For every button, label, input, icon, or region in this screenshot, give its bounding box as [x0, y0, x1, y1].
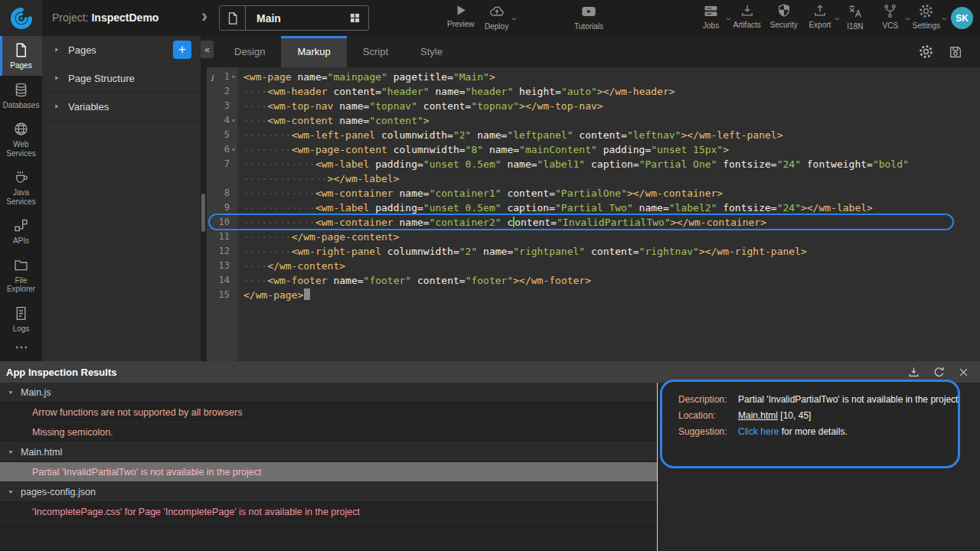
code-line-7[interactable]: 7············<wm-label padding="unset 0.… [207, 157, 980, 171]
gutter-cell[interactable]: 3 [207, 99, 237, 113]
code-text[interactable]: </wm-page> [237, 288, 310, 302]
gutter-cell[interactable]: 12 [207, 244, 237, 259]
code-text[interactable]: ········<wm-left-panel columnwidth="2" n… [237, 128, 782, 142]
i18n-button[interactable]: I18N [838, 3, 873, 31]
tutorials-button[interactable]: Tutorials [570, 3, 608, 31]
gutter-cell[interactable]: 14 [207, 273, 237, 288]
code-text[interactable]: <wm-page name="mainpage" pagetitle="Main… [237, 70, 495, 84]
sidebar-item-logs[interactable]: Logs [0, 299, 42, 339]
inspection-result-row[interactable]: 'IncompletePage.css' for Page 'Incomplet… [0, 502, 657, 522]
sidebar-item-file-explorer[interactable]: File Explorer [0, 251, 42, 299]
wavemaker-logo-icon[interactable] [0, 0, 42, 36]
gutter-cell[interactable]: 5 [207, 128, 237, 142]
code-line-12[interactable]: 12········<wm-right-panel columnwidth="2… [207, 244, 980, 259]
save-icon[interactable] [948, 44, 963, 60]
code-text[interactable]: ··············></wm-label> [237, 171, 400, 186]
sidebar-item-apis[interactable]: APIs [0, 211, 42, 251]
code-text[interactable]: ····<wm-footer name="footer" content="fo… [237, 273, 591, 288]
code-line-13[interactable]: 13····</wm-content> [207, 259, 980, 273]
section-pages[interactable]: Pages+ [42, 36, 201, 64]
activity-sidebar: PagesDatabasesWeb ServicesJava ServicesA… [0, 36, 42, 361]
gutter-cell[interactable]: 15 [207, 288, 237, 302]
code-text[interactable]: ····<wm-content name="content"> [237, 113, 430, 128]
fold-marker-icon[interactable]: ▾ [230, 113, 237, 128]
sidebar-item-databases[interactable]: Databases [0, 76, 42, 116]
fold-marker-icon[interactable]: ▾ [230, 70, 237, 84]
grid-icon[interactable] [349, 12, 368, 24]
collapse-panel-button[interactable]: « [201, 41, 214, 58]
code-line-4[interactable]: 4▾····<wm-content name="content"> [207, 113, 980, 128]
tab-design[interactable]: Design [218, 36, 281, 67]
close-icon[interactable] [958, 367, 969, 378]
code-line-15[interactable]: 15</wm-page> [207, 288, 980, 302]
code-text[interactable]: ············<wm-label padding="unset 0.5… [237, 157, 909, 171]
inspection-group-pages-config.json[interactable]: pages-config.json [0, 482, 657, 502]
tab-style[interactable]: Style [404, 36, 459, 67]
gutter-cell[interactable]: 13 [207, 259, 237, 273]
deploy-button[interactable]: Deploy [479, 3, 514, 31]
code-editor[interactable]: i 1▾<wm-page name="mainpage" pagetitle="… [207, 67, 980, 361]
settings-button[interactable]: Settings [908, 3, 945, 31]
click-here-link[interactable]: Click here [738, 426, 779, 437]
fold-marker-icon[interactable]: ▾ [230, 142, 237, 157]
code-text[interactable]: ········<wm-right-panel columnwidth="2" … [237, 244, 807, 259]
gutter-cell[interactable]: 11 [207, 230, 237, 244]
sidebar-item-pages[interactable]: Pages [0, 36, 42, 76]
jobs-button[interactable]: Jobs [694, 3, 729, 31]
refresh-icon[interactable] [933, 366, 946, 379]
gutter-cell[interactable]: 10 [207, 215, 237, 230]
code-line-1[interactable]: 1▾<wm-page name="mainpage" pagetitle="Ma… [207, 70, 980, 84]
location-file-link[interactable]: Main.html [738, 410, 778, 421]
code-line-8[interactable]: 8············<wm-container name="contain… [207, 186, 980, 201]
scrollbar-thumb[interactable] [201, 194, 205, 232]
inspection-group-Main.html[interactable]: Main.html [0, 442, 657, 462]
panel-scrollbar[interactable] [201, 36, 207, 361]
sidebar-item-java-services[interactable]: Java Services [0, 163, 42, 211]
more-options-icon[interactable] [0, 340, 42, 358]
gutter-cell[interactable]: 6▾ [207, 142, 237, 157]
download-icon[interactable] [907, 366, 920, 379]
gutter-cell[interactable]: 8 [207, 186, 237, 201]
code-line-6[interactable]: 6▾········<wm-page-content columnwidth="… [207, 142, 980, 157]
code-text[interactable]: ········</wm-page-content> [237, 230, 400, 244]
code-text[interactable]: ····<wm-top-nav name="topnav" content="t… [237, 99, 603, 113]
annotation-info-icon[interactable]: i [211, 71, 214, 86]
code-line-11[interactable]: 11········</wm-page-content> [207, 230, 980, 244]
export-button[interactable]: Export [802, 3, 838, 31]
page-tab-main[interactable]: Main [219, 5, 369, 31]
code-text[interactable]: ····<wm-header content="header" name="he… [237, 84, 675, 99]
artifacts-button[interactable]: Artifacts [729, 3, 766, 31]
code-line-3[interactable]: 3····<wm-top-nav name="topnav" content="… [207, 99, 980, 113]
code-line-14[interactable]: 14····<wm-footer name="footer" content="… [207, 273, 980, 288]
inspection-group-Main.js[interactable]: Main.js [0, 383, 657, 403]
inspection-result-row[interactable]: Missing semicolon. [0, 422, 657, 442]
gutter-cell[interactable]: 7 [207, 157, 237, 171]
gutter-cell[interactable]: 9 [207, 201, 237, 215]
user-avatar[interactable]: SK [951, 7, 973, 29]
preview-button[interactable]: Preview [443, 3, 479, 31]
security-button[interactable]: Security [766, 3, 802, 31]
code-line-10[interactable]: 10············<wm-container name="contai… [207, 215, 980, 230]
code-line-9[interactable]: 9············<wm-label padding="unset 0.… [207, 201, 980, 215]
section-page-structure[interactable]: Page Structure [42, 64, 201, 93]
sidebar-item-web-services[interactable]: Web Services [0, 115, 42, 163]
tab-script[interactable]: Script [347, 36, 404, 67]
code-text[interactable]: ············<wm-container name="containe… [237, 186, 723, 201]
tab-markup[interactable]: Markup [281, 36, 346, 67]
gutter-cell[interactable]: 4▾ [207, 113, 237, 128]
inspection-result-row[interactable]: Partial 'InvalidPartialTwo' is not avail… [0, 462, 657, 482]
vcs-button[interactable]: VCS [873, 3, 908, 31]
code-text[interactable]: ····</wm-content> [237, 259, 345, 273]
code-line-5[interactable]: 5········<wm-left-panel columnwidth="2" … [207, 128, 980, 142]
inspection-result-row[interactable]: Arrow functions are not supported by all… [0, 403, 657, 422]
code-text[interactable]: ············<wm-label padding="unset 0.5… [237, 201, 873, 215]
code-text[interactable]: ········<wm-page-content columnwidth="8"… [237, 142, 729, 157]
gutter-cell[interactable]: 2 [207, 84, 237, 99]
section-variables[interactable]: Variables [42, 93, 201, 121]
add-page-button[interactable]: + [173, 41, 191, 59]
gutter-cell[interactable] [207, 171, 237, 186]
code-line-wrap[interactable]: ··············></wm-label> [207, 171, 980, 186]
code-line-2[interactable]: 2····<wm-header content="header" name="h… [207, 84, 980, 99]
code-text[interactable]: ············<wm-container name="containe… [237, 215, 766, 230]
markup-settings-icon[interactable] [918, 44, 934, 60]
